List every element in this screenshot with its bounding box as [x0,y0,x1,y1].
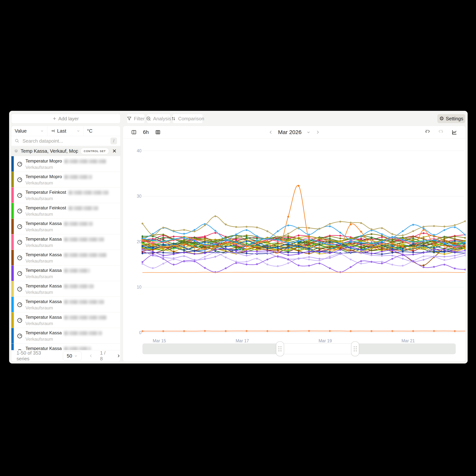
data-point-marker [287,233,289,235]
series-title: Temperatur Kassa [25,330,102,335]
add-layer-button[interactable]: + Add layer [11,114,120,123]
data-point-marker [183,330,185,332]
data-point-marker [360,260,362,262]
data-point-marker [298,245,300,247]
series-list-item[interactable]: Temperatur KassaVerkaufsraum [11,234,120,250]
control-set-chip[interactable]: Temp Kassa, Verkauf, Mopro, Feink... CON… [11,146,120,156]
data-point-marker [298,250,300,252]
series-list-item[interactable]: Temperatur KassaVerkaufsraum [11,219,120,234]
data-point-marker [173,257,175,259]
data-point-marker [443,242,445,244]
series-color-stripe [11,266,14,281]
slider-handle-left[interactable] [276,341,284,356]
series-color-stripe [11,172,14,187]
line-chart-icon[interactable] [451,129,458,135]
series-list-item[interactable]: Temperatur KassaVerkaufsraum [11,344,120,350]
data-point-marker [350,246,352,248]
chevron-down-icon [76,129,80,133]
value-dropdown[interactable]: Value [11,126,47,136]
series-list-item[interactable]: Temperatur KassaVerkaufsraum [11,266,120,281]
unit-field[interactable]: °C [84,126,120,136]
comparison-label: Comparison [178,116,204,122]
data-point-marker [454,226,456,228]
data-point-marker [141,261,143,263]
series-title: Temperatur Mopro [25,158,106,164]
time-range-slider[interactable] [142,343,456,354]
series-list-item[interactable]: Temperatur KassaVerkaufsraum [11,250,120,266]
data-point-marker [391,242,393,244]
undo-icon[interactable] [425,129,430,135]
data-point-marker [204,224,206,226]
next-period-icon[interactable] [315,130,320,135]
series-list-item[interactable]: Temperatur KassaVerkaufsraum [11,312,120,328]
data-point-marker [402,258,404,260]
redacted-text [64,300,104,304]
close-icon[interactable]: ✕ [112,148,117,154]
series-subtitle: Verkaufsraum [25,290,53,295]
data-point-marker [256,226,258,228]
data-point-marker [287,216,289,218]
data-point-marker [287,244,289,245]
data-point-marker [402,243,404,245]
data-point-marker [214,230,216,232]
data-point-marker [464,250,466,252]
series-list-item[interactable]: Temperatur KassaVerkaufsraum [11,281,120,297]
data-point-marker [246,330,247,332]
prev-page-icon[interactable] [89,354,93,358]
settings-button[interactable]: ⚙ Settings [437,114,465,123]
chart-panel: 6h Mar 2026 [123,126,466,362]
series-list-item[interactable]: Temperatur KassaVerkaufsraum [11,297,120,312]
filter-button[interactable]: Filter [127,114,145,123]
data-point-marker [204,256,206,258]
data-point-marker [225,238,227,240]
redacted-text [64,175,92,179]
comparison-button[interactable]: Comparison [172,114,203,123]
data-point-marker [152,244,154,245]
analysis-label: Analysis [153,116,171,122]
data-point-marker [204,241,206,243]
redacted-text [68,206,98,210]
page-size-dropdown[interactable]: 50 [63,351,82,360]
prev-period-icon[interactable] [269,130,273,135]
data-point-marker [308,259,310,260]
analysis-button[interactable]: Analysis [147,114,170,123]
series-list-item[interactable]: Temperatur KassaVerkaufsraum [11,328,120,344]
gauge-icon [17,333,22,339]
data-point-marker [173,236,175,238]
data-point-marker [443,245,445,247]
series-title: Temperatur Kassa [25,346,91,350]
series-list-item[interactable]: Temperatur MoproVerkaufsraum [11,172,120,187]
data-point-marker [402,254,404,256]
series-list-item[interactable]: Temperatur MoproVerkaufsraum [11,156,120,172]
data-point-marker [141,253,143,254]
redo-icon[interactable] [438,129,444,135]
series-list-item[interactable]: Temperatur FeinkostVerkaufsraum [11,187,120,203]
data-point-marker [381,240,383,242]
data-point-marker [319,247,320,249]
series-line [142,216,465,237]
chevron-down-icon[interactable] [306,130,310,134]
series-title: Temperatur Kassa [25,283,94,289]
next-page-icon[interactable] [116,354,120,358]
analysis-icon [146,116,151,121]
slider-selected-window[interactable] [280,343,355,354]
series-color-stripe [11,234,14,250]
series-list-item[interactable]: Temperatur FeinkostVerkaufsraum [11,203,120,219]
series-color-stripe [11,312,14,328]
period-label[interactable]: Mar 2026 [278,129,302,135]
search-input[interactable] [22,138,108,144]
data-point-marker [162,254,164,256]
data-point-marker [235,226,237,228]
data-point-marker [214,249,216,251]
slider-handle-right[interactable] [351,341,359,356]
data-point-marker [266,240,268,242]
data-point-marker [360,252,362,254]
data-point-marker [319,244,320,245]
data-point-marker [152,254,154,256]
search-row: / [11,136,120,146]
plot-area[interactable]: 40 30 20 10 0 Mar 15 Mar 17 Mar 19 Mar 2… [123,138,466,361]
redacted-text [64,331,102,335]
data-point-marker [454,240,456,242]
data-point-marker [454,251,456,253]
aggregation-dropdown[interactable]: Last [47,126,84,136]
